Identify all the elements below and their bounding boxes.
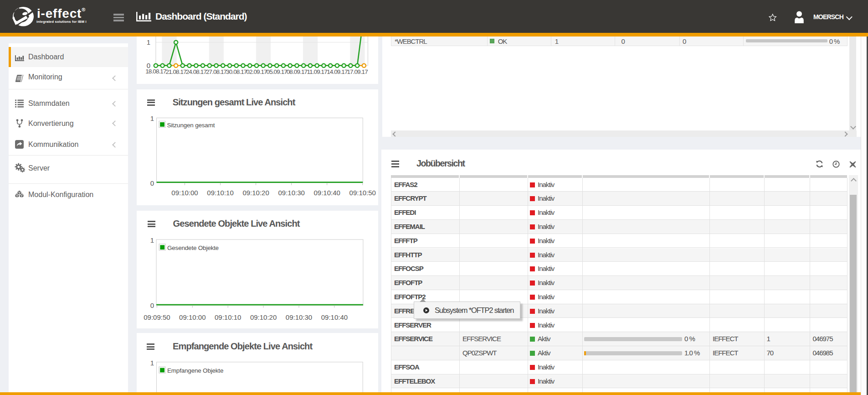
svg-text:27.08.17: 27.08.17 xyxy=(206,68,227,75)
svg-text:30.08.17: 30.08.17 xyxy=(226,68,247,75)
svg-text:Empfangene Objekte: Empfangene Objekte xyxy=(167,367,223,374)
svg-text:09:10:20: 09:10:20 xyxy=(250,313,277,321)
svg-text:11.09.17: 11.09.17 xyxy=(307,68,327,75)
svg-text:09:10:00: 09:10:00 xyxy=(171,189,198,197)
svg-text:09:10:20: 09:10:20 xyxy=(242,189,269,197)
svg-text:08.09.17: 08.09.17 xyxy=(287,68,308,75)
svg-text:14.09.17: 14.09.17 xyxy=(327,68,348,75)
svg-text:09:10:30: 09:10:30 xyxy=(278,189,304,197)
svg-text:21.08.17: 21.08.17 xyxy=(165,68,186,75)
svg-text:05.09.17: 05.09.17 xyxy=(267,68,288,75)
svg-text:1: 1 xyxy=(147,38,150,46)
svg-text:17.09.17: 17.09.17 xyxy=(347,68,368,75)
svg-text:09:10:10: 09:10:10 xyxy=(207,189,233,197)
svg-text:1: 1 xyxy=(150,236,154,244)
svg-text:09:10:10: 09:10:10 xyxy=(215,313,241,321)
svg-text:18.08.17: 18.08.17 xyxy=(145,68,166,75)
svg-text:09:10:50: 09:10:50 xyxy=(349,189,376,197)
svg-text:1: 1 xyxy=(150,359,154,367)
svg-text:09:10:40: 09:10:40 xyxy=(321,313,348,321)
svg-text:Gesendete Objekte: Gesendete Objekte xyxy=(167,244,219,251)
svg-text:24.08.17: 24.08.17 xyxy=(186,68,207,75)
svg-text:09:10:00: 09:10:00 xyxy=(179,313,205,321)
svg-text:Sitzungen gesamt: Sitzungen gesamt xyxy=(167,121,215,128)
svg-text:0: 0 xyxy=(150,179,154,187)
svg-text:0: 0 xyxy=(150,301,154,309)
svg-text:02.09.17: 02.09.17 xyxy=(246,68,267,75)
svg-text:1: 1 xyxy=(150,114,154,122)
svg-text:09:10:40: 09:10:40 xyxy=(314,189,340,197)
svg-text:09:10:30: 09:10:30 xyxy=(286,313,312,321)
svg-text:09:09:50: 09:09:50 xyxy=(144,313,170,321)
